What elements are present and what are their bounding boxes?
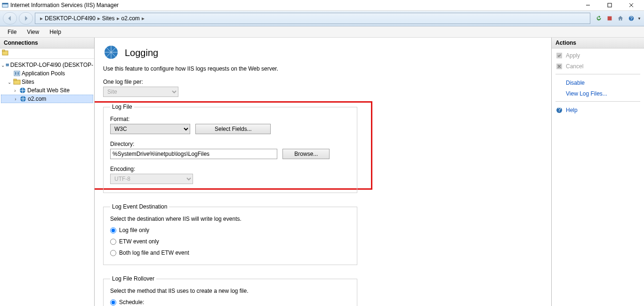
connections-panel: Connections ⌄ DESKTOP-LOF4I90 (DESKTOP- … (0, 38, 95, 306)
chevron-right-icon: ▸ (142, 15, 145, 22)
action-help[interactable]: ? Help (555, 106, 640, 114)
rollover-legend: Log File Rollover (110, 275, 156, 282)
address-bar: ▸ DESKTOP-LOF4I90 ▸ Sites ▸ o2.com ▸ ? ▼ (0, 11, 644, 26)
dest-both[interactable]: Both log file and ETW event (110, 250, 350, 256)
radio-input[interactable] (110, 250, 116, 256)
page-title: Logging (125, 48, 158, 58)
directory-input[interactable] (110, 149, 277, 159)
one-log-select: Site (103, 87, 178, 97)
dropdown-icon[interactable]: ▼ (637, 16, 641, 21)
radio-label: Both log file and ETW event (119, 250, 189, 256)
svg-text:?: ? (630, 16, 633, 21)
rollover-schedule[interactable]: Schedule: (110, 299, 350, 306)
action-disable[interactable]: Disable (555, 79, 640, 87)
nav-forward-button[interactable] (19, 12, 33, 24)
browse-button[interactable]: Browse... (282, 149, 330, 159)
window-maximize-button[interactable] (599, 0, 620, 11)
rollover-description: Select the method that IIS uses to creat… (110, 288, 350, 294)
home-button[interactable] (616, 14, 625, 23)
globe-icon (19, 95, 27, 103)
cancel-icon (555, 63, 563, 70)
tree-label: DESKTOP-LOF4I90 (DESKTOP- (10, 62, 93, 68)
svg-rect-13 (6, 64, 9, 65)
select-fields-button[interactable]: Select Fields... (195, 124, 271, 134)
dest-log-file-only[interactable]: Log file only (110, 227, 350, 234)
expand-icon[interactable]: › (12, 88, 18, 93)
refresh-button[interactable] (594, 14, 604, 23)
action-cancel: Cancel (555, 62, 640, 71)
radio-input[interactable] (110, 299, 116, 306)
main-area: Connections ⌄ DESKTOP-LOF4I90 (DESKTOP- … (0, 38, 644, 306)
help-button[interactable]: ? (627, 14, 636, 23)
action-label: Apply (566, 52, 580, 59)
chevron-right-icon: ▸ (97, 15, 100, 22)
content-panel: Logging Use this feature to configure ho… (95, 38, 552, 306)
window-minimize-button[interactable] (577, 0, 599, 11)
format-select[interactable]: W3C (110, 124, 190, 134)
tree-label: Application Pools (22, 70, 65, 77)
one-log-per-field: One log file per: Site (103, 79, 543, 97)
action-label: Disable (566, 80, 585, 86)
menu-help[interactable]: Help (45, 27, 66, 37)
actions-header: Actions (552, 38, 644, 48)
expand-icon[interactable]: › (13, 97, 18, 102)
svg-rect-1 (2, 3, 8, 5)
server-icon (6, 61, 9, 69)
breadcrumb-segment[interactable]: DESKTOP-LOF4I90 (45, 15, 96, 22)
menu-bar: File View Help (0, 26, 644, 38)
tree-site-default[interactable]: › Default Web Site (1, 86, 93, 95)
action-view-logs[interactable]: View Log Files... (555, 89, 640, 98)
log-destination-group: Log Event Destination Select the destina… (103, 203, 357, 265)
svg-rect-14 (6, 65, 9, 66)
action-apply: Apply (555, 51, 640, 60)
tree-site-o2[interactable]: › o2.com (1, 95, 93, 103)
connections-tree: ⌄ DESKTOP-LOF4I90 (DESKTOP- Application … (0, 59, 94, 105)
destination-description: Select the destination where IIS will wr… (110, 216, 350, 222)
svg-rect-12 (2, 50, 5, 51)
encoding-label: Encoding: (110, 166, 350, 172)
connections-toolbar (0, 48, 94, 59)
svg-rect-8 (608, 16, 612, 21)
collapse-icon[interactable]: ⌄ (7, 80, 12, 85)
svg-text:?: ? (558, 106, 561, 113)
actions-panel: Actions Apply Cancel Disable View Log Fi… (552, 38, 644, 306)
tree-app-pools[interactable]: Application Pools (1, 69, 93, 78)
window-title: Internet Information Services (IIS) Mana… (10, 2, 119, 8)
separator (555, 74, 640, 74)
breadcrumb[interactable]: ▸ DESKTOP-LOF4I90 ▸ Sites ▸ o2.com ▸ (35, 13, 590, 24)
chevron-right-icon: ▸ (117, 15, 120, 22)
action-label: Cancel (566, 63, 583, 70)
one-log-label: One log file per: (103, 79, 543, 85)
content-scroll[interactable]: Logging Use this feature to configure ho… (95, 38, 551, 306)
nav-back-button[interactable] (3, 12, 17, 24)
svg-rect-16 (15, 72, 16, 75)
tree-label: o2.com (28, 96, 46, 102)
encoding-select: UTF-8 (110, 174, 193, 184)
destination-legend: Log Event Destination (110, 203, 169, 210)
breadcrumb-segment[interactable]: Sites (102, 15, 115, 22)
action-label: View Log Files... (566, 90, 607, 97)
globe-icon (19, 87, 26, 94)
svg-rect-19 (14, 79, 16, 81)
page-description: Use this feature to configure how IIS lo… (103, 65, 543, 72)
menu-file[interactable]: File (3, 27, 21, 37)
radio-input[interactable] (110, 227, 116, 234)
directory-label: Directory: (110, 141, 350, 147)
stop-button[interactable] (605, 14, 614, 23)
breadcrumb-segment[interactable]: o2.com (121, 15, 140, 22)
new-connection-icon[interactable] (2, 49, 9, 58)
dest-etw-only[interactable]: ETW event only (110, 238, 350, 245)
radio-input[interactable] (110, 239, 116, 245)
folder-icon (13, 78, 21, 86)
iis-app-icon (2, 2, 8, 8)
app-pools-icon (13, 70, 21, 77)
svg-rect-15 (14, 71, 20, 76)
apply-icon (555, 52, 563, 59)
tree-label: Sites (22, 79, 34, 85)
collapse-icon[interactable]: ⌄ (1, 63, 5, 68)
tree-sites[interactable]: ⌄ Sites (1, 78, 93, 86)
window-close-button[interactable] (620, 0, 642, 11)
svg-rect-17 (17, 72, 19, 75)
tree-root[interactable]: ⌄ DESKTOP-LOF4I90 (DESKTOP- (1, 61, 93, 69)
menu-view[interactable]: View (22, 27, 44, 37)
